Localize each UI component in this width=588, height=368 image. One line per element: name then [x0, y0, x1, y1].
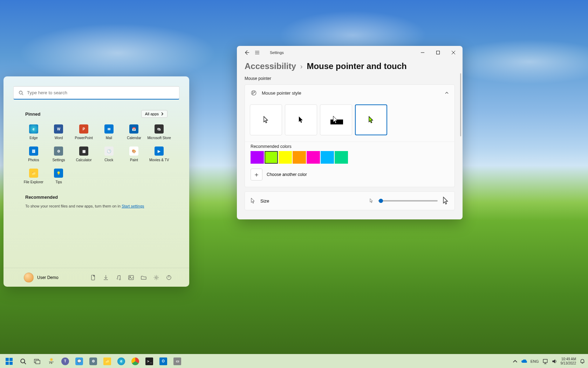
taskbar-search-button[interactable]	[17, 355, 29, 368]
pinned-app-file-explorer[interactable]: 📁File Explorer	[21, 166, 46, 186]
svg-point-15	[251, 90, 256, 95]
network-tray-icon[interactable]	[542, 359, 548, 364]
pinned-app-microsoft-store[interactable]: 🛍Microsoft Store	[146, 122, 172, 142]
task-view-button[interactable]	[31, 355, 43, 368]
choose-another-color-button[interactable]: ＋	[251, 169, 262, 180]
svg-rect-23	[9, 362, 13, 365]
svg-rect-12	[437, 51, 440, 54]
pinned-app-word[interactable]: WWord	[46, 122, 71, 142]
taskbar-app-settings[interactable]: ⚙	[87, 355, 100, 368]
pointer-style-options	[245, 101, 454, 142]
downloads-folder-icon[interactable]	[103, 275, 109, 280]
mouse-pointer-style-card: Mouse pointer style Recommend	[245, 84, 455, 187]
taskbar-app-explorer[interactable]: 📁	[101, 355, 114, 368]
pinned-apps-grid: eEdge WWord PPowerPoint ✉Mail 📅Calendar …	[21, 122, 172, 186]
color-swatch-cyan[interactable]	[321, 151, 334, 164]
taskbar-app-generic[interactable]: ▭	[171, 355, 184, 368]
volume-tray-icon[interactable]	[552, 359, 557, 364]
svg-rect-22	[6, 362, 9, 365]
breadcrumb-parent[interactable]: Accessibility	[245, 61, 296, 71]
taskbar: ☀️75° T 💬 ⚙ 📁 e ＞_ O ▭ ENG 10:49 AM 9/13…	[0, 354, 588, 368]
all-apps-button[interactable]: All apps	[141, 110, 167, 118]
pinned-app-mail[interactable]: ✉Mail	[96, 122, 122, 142]
pinned-app-edge[interactable]: eEdge	[21, 122, 46, 142]
color-swatch-yellow[interactable]	[279, 151, 292, 164]
recommended-heading: Recommended	[25, 195, 58, 200]
pinned-app-calendar[interactable]: 📅Calendar	[122, 122, 147, 142]
cursor-min-icon	[370, 198, 373, 203]
pointer-style-inverted[interactable]	[320, 104, 352, 135]
taskbar-app-edge[interactable]: e	[115, 355, 128, 368]
search-icon	[19, 90, 23, 95]
settings-window: Settings Accessibility › Mouse pointer a…	[237, 46, 463, 219]
choose-another-color-label: Choose another color	[267, 172, 307, 177]
settings-gear-icon[interactable]	[153, 275, 159, 280]
taskbar-clock[interactable]: 10:49 AM 9/13/2022	[561, 357, 576, 365]
scrollbar[interactable]	[460, 73, 461, 136]
music-folder-icon[interactable]	[116, 275, 121, 280]
color-swatch-orange[interactable]	[293, 151, 306, 164]
start-menu: Pinned All apps eEdge WWord PPowerPoint …	[4, 76, 189, 287]
documents-folder-icon[interactable]	[90, 275, 96, 280]
pointer-size-slider[interactable]	[378, 200, 438, 202]
recommended-colors-label: Recommended colors	[251, 144, 454, 149]
close-button[interactable]	[446, 47, 461, 58]
pointer-style-black[interactable]	[285, 104, 317, 135]
start-search-input[interactable]	[27, 90, 174, 95]
pinned-app-calculator[interactable]: ▦Calculator	[71, 144, 96, 164]
start-button[interactable]	[3, 355, 15, 368]
taskbar-app-teams[interactable]: T	[59, 355, 71, 368]
maximize-button[interactable]	[430, 47, 446, 58]
palette-cursor-icon	[251, 90, 257, 96]
minimize-button[interactable]	[415, 47, 430, 58]
svg-point-18	[253, 93, 253, 94]
taskbar-app-terminal[interactable]: ＞_	[143, 355, 156, 368]
page-title: Mouse pointer and touch	[307, 61, 406, 71]
color-swatch-purple[interactable]	[251, 151, 264, 164]
svg-line-25	[24, 362, 26, 364]
svg-rect-20	[6, 358, 9, 361]
color-swatch-magenta[interactable]	[307, 151, 320, 164]
pointer-size-card: Size	[245, 191, 455, 210]
taskbar-app-outlook[interactable]: O	[157, 355, 170, 368]
notifications-tray-icon[interactable]	[580, 359, 585, 364]
settings-titlebar[interactable]: Settings	[237, 46, 463, 59]
pinned-heading: Pinned	[25, 111, 40, 117]
cursor-max-icon	[443, 197, 449, 205]
pointer-style-custom-color[interactable]	[355, 104, 387, 135]
weather-widget[interactable]: ☀️75°	[45, 355, 57, 368]
chevron-right-icon: ›	[300, 62, 303, 70]
power-icon[interactable]	[166, 275, 172, 280]
pointer-style-white[interactable]	[250, 104, 282, 135]
pinned-app-photos[interactable]: 🖼Photos	[21, 144, 46, 164]
taskbar-app-chat[interactable]: 💬	[73, 355, 86, 368]
onedrive-tray-icon[interactable]	[521, 359, 527, 364]
cursor-small-icon	[251, 198, 255, 204]
start-search-box[interactable]	[13, 86, 179, 100]
mouse-pointer-section-label: Mouse pointer	[245, 76, 455, 81]
pinned-app-settings[interactable]: ⚙Settings	[46, 144, 71, 164]
size-label: Size	[260, 198, 269, 204]
pinned-app-paint[interactable]: 🎨Paint	[122, 144, 147, 164]
pinned-app-clock[interactable]: 🕐Clock	[96, 144, 122, 164]
start-settings-link[interactable]: Start settings	[122, 204, 144, 208]
pinned-app-movies-tv[interactable]: ▶Movies & TV	[146, 144, 172, 164]
tray-overflow-chevron-icon[interactable]	[512, 359, 518, 364]
explorer-folder-icon[interactable]	[141, 275, 146, 280]
svg-line-1	[22, 94, 23, 95]
tray-language[interactable]: ENG	[531, 359, 539, 363]
mouse-pointer-style-header[interactable]: Mouse pointer style	[245, 85, 454, 101]
color-swatch-teal[interactable]	[335, 151, 348, 164]
taskbar-app-chrome[interactable]	[129, 355, 142, 368]
hamburger-menu-icon[interactable]	[254, 50, 260, 55]
pinned-app-powerpoint[interactable]: PPowerPoint	[71, 122, 96, 142]
avatar	[24, 273, 34, 282]
back-button[interactable]	[244, 50, 249, 55]
user-account-button[interactable]: User Demo	[21, 271, 61, 284]
slider-thumb[interactable]	[379, 199, 383, 203]
svg-point-16	[253, 92, 253, 93]
color-swatch-lime[interactable]	[265, 151, 278, 164]
pictures-folder-icon[interactable]	[128, 275, 134, 280]
recommended-empty-text: To show your recent files and new apps, …	[25, 204, 172, 208]
pinned-app-tips[interactable]: 💡Tips	[46, 166, 71, 186]
